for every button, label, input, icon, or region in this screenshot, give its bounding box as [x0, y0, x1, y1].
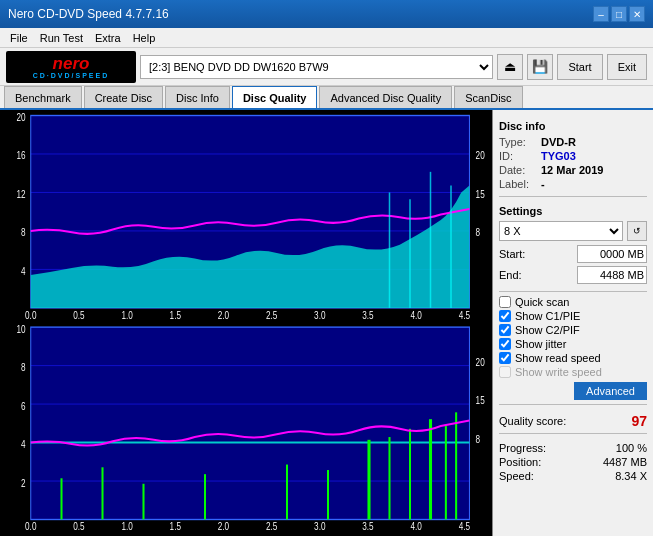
svg-text:8: 8 [21, 361, 26, 373]
jitter-label: Show jitter [515, 338, 566, 350]
disc-id-row: ID: TYG03 [499, 150, 647, 162]
svg-text:8: 8 [21, 226, 26, 238]
progress-label: Progress: [499, 442, 546, 454]
progress-row: Progress: 100 % [499, 442, 647, 454]
svg-text:1.5: 1.5 [170, 309, 181, 321]
exit-button[interactable]: Exit [607, 54, 647, 80]
svg-text:2.5: 2.5 [266, 520, 277, 532]
tab-scan-disc[interactable]: ScanDisc [454, 86, 522, 108]
start-input[interactable] [577, 245, 647, 263]
position-label: Position: [499, 456, 541, 468]
svg-text:3.0: 3.0 [314, 520, 326, 532]
checkbox-write-speed: Show write speed [499, 366, 647, 378]
checkbox-c1pie: Show C1/PIE [499, 310, 647, 322]
tab-disc-info[interactable]: Disc Info [165, 86, 230, 108]
disc-id-value: TYG03 [541, 150, 576, 162]
main-content: 20 16 12 8 4 20 15 8 0.0 0.5 1.0 1.5 2.0… [0, 110, 653, 536]
svg-text:2.5: 2.5 [266, 309, 277, 321]
read-speed-checkbox[interactable] [499, 352, 511, 364]
c1pie-checkbox[interactable] [499, 310, 511, 322]
svg-text:3.5: 3.5 [362, 520, 373, 532]
divider-2 [499, 291, 647, 292]
divider-4 [499, 433, 647, 434]
svg-text:1.0: 1.0 [121, 309, 133, 321]
menu-help[interactable]: Help [127, 30, 162, 46]
svg-text:2: 2 [21, 476, 26, 488]
svg-text:4.5: 4.5 [459, 309, 470, 321]
minimize-button[interactable]: – [593, 6, 609, 22]
chart-svg: 20 16 12 8 4 20 15 8 0.0 0.5 1.0 1.5 2.0… [0, 110, 492, 536]
menu-file[interactable]: File [4, 30, 34, 46]
divider-1 [499, 196, 647, 197]
advanced-button[interactable]: Advanced [574, 382, 647, 400]
svg-text:4: 4 [21, 265, 26, 277]
quick-scan-label: Quick scan [515, 296, 569, 308]
disc-label-value: - [541, 178, 545, 190]
end-input[interactable] [577, 266, 647, 284]
disc-info-title: Disc info [499, 120, 647, 132]
logo: nero CD·DVD/SPEED [6, 51, 136, 83]
save-icon-button[interactable]: 💾 [527, 54, 553, 80]
eject-icon-button[interactable]: ⏏ [497, 54, 523, 80]
logo-nero: nero [53, 55, 90, 72]
svg-text:4.0: 4.0 [410, 309, 422, 321]
progress-value: 100 % [616, 442, 647, 454]
write-speed-checkbox[interactable] [499, 366, 511, 378]
quick-scan-checkbox[interactable] [499, 296, 511, 308]
speed-row: 8 X ↺ [499, 221, 647, 241]
svg-text:10: 10 [17, 322, 27, 334]
write-speed-label: Show write speed [515, 366, 602, 378]
toolbar: nero CD·DVD/SPEED [2:3] BENQ DVD DD DW16… [0, 48, 653, 86]
quality-score-row: Quality score: 97 [499, 413, 647, 429]
svg-text:2.0: 2.0 [218, 520, 230, 532]
c2pif-label: Show C2/PIF [515, 324, 580, 336]
close-button[interactable]: ✕ [629, 6, 645, 22]
read-speed-label: Show read speed [515, 352, 601, 364]
c1pie-label: Show C1/PIE [515, 310, 580, 322]
disc-type-value: DVD-R [541, 136, 576, 148]
speed-select[interactable]: 8 X [499, 221, 623, 241]
svg-text:1.0: 1.0 [121, 520, 133, 532]
start-button[interactable]: Start [557, 54, 602, 80]
svg-text:16: 16 [17, 149, 26, 161]
right-panel: Disc info Type: DVD-R ID: TYG03 Date: 12… [493, 110, 653, 536]
speed-label: Speed: [499, 470, 534, 482]
svg-text:0.5: 0.5 [73, 309, 84, 321]
drive-select[interactable]: [2:3] BENQ DVD DD DW1620 B7W9 [140, 55, 493, 79]
disc-date-row: Date: 12 Mar 2019 [499, 164, 647, 176]
svg-text:1.5: 1.5 [170, 520, 181, 532]
c2pif-checkbox[interactable] [499, 324, 511, 336]
checkbox-quick-scan: Quick scan [499, 296, 647, 308]
settings-refresh-btn[interactable]: ↺ [627, 221, 647, 241]
disc-label-label: Label: [499, 178, 537, 190]
menu-bar: File Run Test Extra Help [0, 28, 653, 48]
svg-text:20: 20 [476, 149, 486, 161]
chart-area: 20 16 12 8 4 20 15 8 0.0 0.5 1.0 1.5 2.0… [0, 110, 493, 536]
svg-text:4: 4 [21, 438, 26, 450]
quality-score-label: Quality score: [499, 415, 566, 427]
title-bar-text: Nero CD-DVD Speed 4.7.7.16 [8, 7, 591, 21]
jitter-checkbox[interactable] [499, 338, 511, 350]
svg-text:0.0: 0.0 [25, 520, 37, 532]
menu-run-test[interactable]: Run Test [34, 30, 89, 46]
tab-benchmark[interactable]: Benchmark [4, 86, 82, 108]
disc-label-row: Label: - [499, 178, 647, 190]
menu-extra[interactable]: Extra [89, 30, 127, 46]
start-row: Start: [499, 245, 647, 263]
checkbox-jitter: Show jitter [499, 338, 647, 350]
svg-text:8: 8 [476, 226, 481, 238]
settings-title: Settings [499, 205, 647, 217]
end-row: End: [499, 266, 647, 284]
svg-text:0.5: 0.5 [73, 520, 84, 532]
checkbox-read-speed: Show read speed [499, 352, 647, 364]
tab-advanced-disc-quality[interactable]: Advanced Disc Quality [319, 86, 452, 108]
disc-type-row: Type: DVD-R [499, 136, 647, 148]
disc-date-label: Date: [499, 164, 537, 176]
tab-disc-quality[interactable]: Disc Quality [232, 86, 318, 108]
position-value: 4487 MB [603, 456, 647, 468]
quality-score-value: 97 [631, 413, 647, 429]
title-bar: Nero CD-DVD Speed 4.7.7.16 – □ ✕ [0, 0, 653, 28]
speed-row: Speed: 8.34 X [499, 470, 647, 482]
tab-create-disc[interactable]: Create Disc [84, 86, 163, 108]
maximize-button[interactable]: □ [611, 6, 627, 22]
